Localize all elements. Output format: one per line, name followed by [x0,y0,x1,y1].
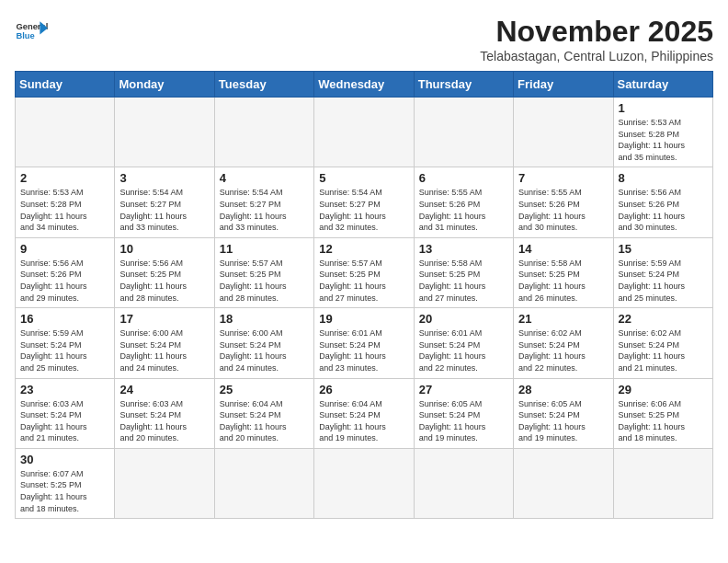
day-info: Sunrise: 6:05 AM Sunset: 5:24 PM Dayligh… [419,398,508,444]
week-row-4: 16Sunrise: 5:59 AM Sunset: 5:24 PM Dayli… [16,308,713,378]
day-cell: 30Sunrise: 6:07 AM Sunset: 5:25 PM Dayli… [16,448,115,518]
day-number: 16 [20,312,109,326]
day-info: Sunrise: 6:01 AM Sunset: 5:24 PM Dayligh… [319,327,408,373]
day-info: Sunrise: 6:04 AM Sunset: 5:24 PM Dayligh… [220,398,309,444]
day-cell: 7Sunrise: 5:55 AM Sunset: 5:26 PM Daylig… [514,167,613,237]
day-number: 19 [319,312,408,326]
day-number: 2 [20,171,109,185]
day-cell: 23Sunrise: 6:03 AM Sunset: 5:24 PM Dayli… [16,378,115,448]
day-cell: 24Sunrise: 6:03 AM Sunset: 5:24 PM Dayli… [115,378,214,448]
day-number: 15 [619,242,708,256]
week-row-2: 2Sunrise: 5:53 AM Sunset: 5:28 PM Daylig… [16,167,713,237]
day-cell: 18Sunrise: 6:00 AM Sunset: 5:24 PM Dayli… [214,308,313,378]
day-number: 3 [119,171,209,185]
weekday-header-monday: Monday [115,72,214,98]
day-number: 6 [419,171,508,185]
day-cell: 11Sunrise: 5:57 AM Sunset: 5:25 PM Dayli… [214,237,313,307]
day-info: Sunrise: 5:55 AM Sunset: 5:26 PM Dayligh… [518,187,608,233]
day-info: Sunrise: 6:06 AM Sunset: 5:25 PM Dayligh… [619,398,708,444]
day-info: Sunrise: 5:59 AM Sunset: 5:24 PM Dayligh… [20,327,109,373]
day-number: 28 [518,383,608,396]
page-header: General Blue November 2025 Telabastagan,… [15,15,713,63]
day-cell: 26Sunrise: 6:04 AM Sunset: 5:24 PM Dayli… [314,378,414,448]
day-cell: 1Sunrise: 5:53 AM Sunset: 5:28 PM Daylig… [613,98,712,167]
logo-icon: General Blue [15,15,48,48]
day-number: 14 [518,242,608,256]
day-info: Sunrise: 6:02 AM Sunset: 5:24 PM Dayligh… [619,327,708,373]
day-info: Sunrise: 5:54 AM Sunset: 5:27 PM Dayligh… [119,187,209,233]
day-info: Sunrise: 5:58 AM Sunset: 5:25 PM Dayligh… [419,258,508,304]
week-row-6: 30Sunrise: 6:07 AM Sunset: 5:25 PM Dayli… [16,448,713,518]
calendar-table: SundayMondayTuesdayWednesdayThursdayFrid… [15,71,713,519]
day-info: Sunrise: 5:53 AM Sunset: 5:28 PM Dayligh… [20,187,109,233]
day-cell [514,448,613,518]
day-info: Sunrise: 6:00 AM Sunset: 5:24 PM Dayligh… [220,327,309,373]
weekday-header-saturday: Saturday [613,72,712,98]
day-cell: 5Sunrise: 5:54 AM Sunset: 5:27 PM Daylig… [314,167,414,237]
day-number: 30 [20,453,109,466]
day-number: 26 [319,383,408,396]
day-number: 7 [518,171,608,185]
day-info: Sunrise: 6:05 AM Sunset: 5:24 PM Dayligh… [518,398,608,444]
day-cell [314,98,414,167]
svg-text:Blue: Blue [16,31,34,40]
day-number: 27 [419,383,508,396]
day-number: 20 [419,312,508,326]
day-cell: 28Sunrise: 6:05 AM Sunset: 5:24 PM Dayli… [514,378,613,448]
day-number: 8 [619,171,708,185]
day-cell [613,448,712,518]
day-cell [314,448,414,518]
day-cell: 2Sunrise: 5:53 AM Sunset: 5:28 PM Daylig… [16,167,115,237]
day-info: Sunrise: 6:01 AM Sunset: 5:24 PM Dayligh… [419,327,508,373]
day-info: Sunrise: 5:53 AM Sunset: 5:28 PM Dayligh… [619,117,708,163]
weekday-header-sunday: Sunday [16,72,115,98]
day-info: Sunrise: 6:03 AM Sunset: 5:24 PM Dayligh… [119,398,209,444]
title-block: November 2025 Telabastagan, Central Luzo… [480,15,713,63]
day-cell [514,98,613,167]
day-cell: 25Sunrise: 6:04 AM Sunset: 5:24 PM Dayli… [214,378,313,448]
day-info: Sunrise: 5:59 AM Sunset: 5:24 PM Dayligh… [619,258,708,304]
day-cell: 10Sunrise: 5:56 AM Sunset: 5:25 PM Dayli… [115,237,214,307]
day-info: Sunrise: 6:00 AM Sunset: 5:24 PM Dayligh… [119,327,209,373]
day-number: 23 [20,383,109,396]
weekday-header-friday: Friday [514,72,613,98]
day-info: Sunrise: 6:02 AM Sunset: 5:24 PM Dayligh… [518,327,608,373]
day-cell [414,448,513,518]
day-number: 9 [20,242,109,256]
logo: General Blue [15,15,48,48]
month-title: November 2025 [480,15,713,49]
day-number: 10 [119,242,209,256]
day-number: 17 [119,312,209,326]
day-number: 24 [119,383,209,396]
day-cell: 14Sunrise: 5:58 AM Sunset: 5:25 PM Dayli… [514,237,613,307]
day-cell: 15Sunrise: 5:59 AM Sunset: 5:24 PM Dayli… [613,237,712,307]
weekday-header-thursday: Thursday [414,72,513,98]
day-number: 4 [220,171,309,185]
day-cell: 12Sunrise: 5:57 AM Sunset: 5:25 PM Dayli… [314,237,414,307]
day-cell: 9Sunrise: 5:56 AM Sunset: 5:26 PM Daylig… [16,237,115,307]
week-row-1: 1Sunrise: 5:53 AM Sunset: 5:28 PM Daylig… [16,98,713,167]
weekday-header-wednesday: Wednesday [314,72,414,98]
day-cell [115,98,214,167]
day-info: Sunrise: 5:57 AM Sunset: 5:25 PM Dayligh… [220,258,309,304]
day-cell [214,98,313,167]
day-cell: 21Sunrise: 6:02 AM Sunset: 5:24 PM Dayli… [514,308,613,378]
day-info: Sunrise: 5:55 AM Sunset: 5:26 PM Dayligh… [419,187,508,233]
day-cell [214,448,313,518]
day-info: Sunrise: 6:04 AM Sunset: 5:24 PM Dayligh… [319,398,408,444]
day-info: Sunrise: 5:56 AM Sunset: 5:25 PM Dayligh… [119,258,209,304]
week-row-3: 9Sunrise: 5:56 AM Sunset: 5:26 PM Daylig… [16,237,713,307]
day-cell: 16Sunrise: 5:59 AM Sunset: 5:24 PM Dayli… [16,308,115,378]
day-number: 21 [518,312,608,326]
day-number: 11 [220,242,309,256]
day-number: 25 [220,383,309,396]
day-number: 18 [220,312,309,326]
day-number: 22 [619,312,708,326]
day-cell [16,98,115,167]
day-number: 1 [619,101,708,115]
week-row-5: 23Sunrise: 6:03 AM Sunset: 5:24 PM Dayli… [16,378,713,448]
day-cell: 29Sunrise: 6:06 AM Sunset: 5:25 PM Dayli… [613,378,712,448]
day-cell: 27Sunrise: 6:05 AM Sunset: 5:24 PM Dayli… [414,378,513,448]
day-info: Sunrise: 5:56 AM Sunset: 5:26 PM Dayligh… [20,258,109,304]
day-cell: 3Sunrise: 5:54 AM Sunset: 5:27 PM Daylig… [115,167,214,237]
